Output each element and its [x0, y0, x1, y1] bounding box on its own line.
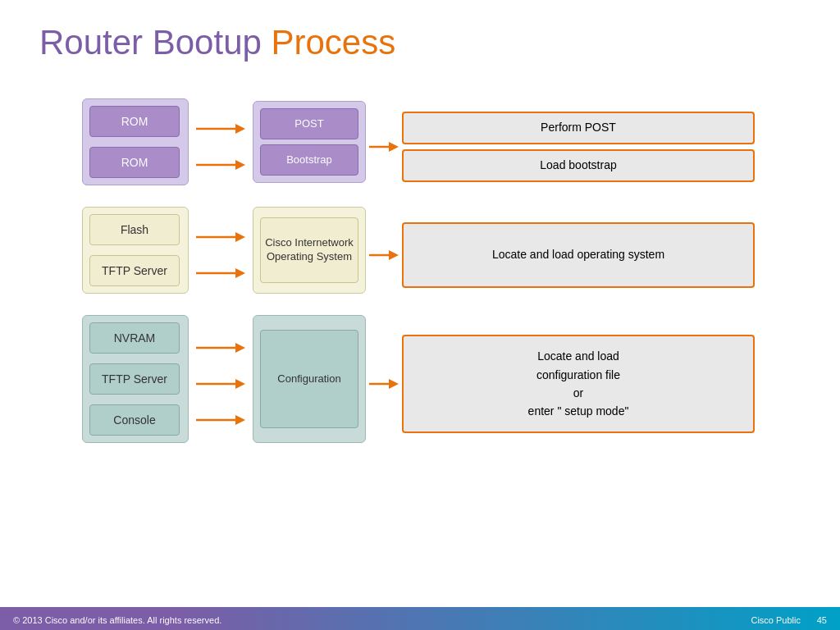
- svg-marker-19: [389, 379, 399, 389]
- rom-group: ROM ROM: [82, 98, 189, 185]
- arrow-4: [192, 258, 249, 289]
- result-load-bootstrap: Load bootstrap: [402, 149, 755, 182]
- flash-section: Flash TFTP Server Cisco Internetwork Ope…: [82, 207, 755, 304]
- source-tftp-1: TFTP Server: [89, 255, 180, 286]
- diagram: ROM ROM POST Bootstrap: [82, 98, 755, 464]
- footer-label: Cisco Public: [751, 615, 801, 625]
- svg-marker-1: [235, 124, 245, 134]
- mid-arrow-2: [369, 207, 399, 304]
- mid-yellow-group: Cisco Internetwork Operating System: [253, 207, 366, 294]
- mid-arrow-1: [369, 140, 399, 153]
- arrow-7: [192, 404, 249, 436]
- source-console: Console: [89, 404, 180, 436]
- config-group: NVRAM TFTP Server Console: [82, 315, 189, 443]
- svg-marker-11: [389, 250, 399, 260]
- source-rom-1: ROM: [89, 106, 180, 137]
- source-nvram: NVRAM: [89, 322, 180, 354]
- svg-marker-15: [235, 379, 245, 389]
- footer: © 2013 Cisco and/or its affiliates. All …: [0, 607, 840, 630]
- rom-section: ROM ROM POST Bootstrap: [82, 98, 755, 195]
- results-col-3: Locate and load configuration file or en…: [402, 315, 755, 453]
- svg-marker-9: [235, 268, 245, 278]
- mid-arrow-3: [369, 315, 399, 453]
- svg-marker-13: [235, 343, 245, 353]
- svg-marker-5: [389, 142, 399, 152]
- page-title: Router Bootup Process: [39, 23, 395, 62]
- mid-bootstrap: Bootstrap: [260, 144, 358, 176]
- source-tftp-2: TFTP Server: [89, 363, 180, 395]
- flash-group: Flash TFTP Server: [82, 207, 189, 294]
- title-part1: Router Bootup: [39, 23, 272, 62]
- svg-marker-17: [235, 415, 245, 425]
- flash-arrows: [192, 207, 249, 304]
- source-flash: Flash: [89, 214, 180, 245]
- rom-arrows: [192, 113, 249, 180]
- arrow-3: [192, 221, 249, 253]
- result-locate-os: Locate and load operating system: [402, 222, 755, 288]
- mid-ios: Cisco Internetwork Operating System: [260, 217, 358, 283]
- mid-purple-group: POST Bootstrap: [253, 101, 366, 183]
- arrow-1: [192, 113, 249, 144]
- svg-marker-3: [235, 160, 245, 170]
- results-col-2: Locate and load operating system: [402, 207, 755, 304]
- result-perform-post: Perform POST: [402, 112, 755, 144]
- footer-copyright: © 2013 Cisco and/or its affiliates. All …: [13, 615, 221, 625]
- config-arrows: [192, 315, 249, 453]
- footer-page-number: 45: [817, 615, 827, 625]
- footer-bar-gradient: [180, 607, 840, 630]
- results-col-1: Perform POST Load bootstrap: [402, 112, 755, 181]
- mid-teal-group: Configuration: [253, 315, 366, 443]
- arrow-6: [192, 368, 249, 399]
- config-section: NVRAM TFTP Server Console: [82, 315, 755, 453]
- source-rom-2: ROM: [89, 147, 180, 178]
- arrow-2: [192, 149, 249, 180]
- arrow-5: [192, 332, 249, 363]
- mid-post: POST: [260, 108, 358, 139]
- title-part2: Process: [272, 23, 396, 62]
- svg-marker-7: [235, 232, 245, 242]
- result-locate-config: Locate and load configuration file or en…: [402, 335, 755, 433]
- mid-config: Configuration: [260, 330, 358, 428]
